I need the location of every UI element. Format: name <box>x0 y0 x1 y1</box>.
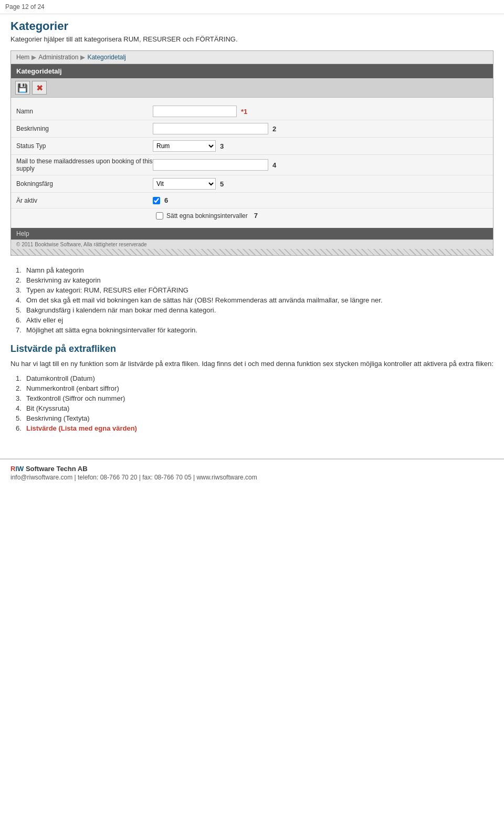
input-namn[interactable] <box>153 106 237 117</box>
form-row-namn: Namn *1 <box>11 103 493 120</box>
breadcrumb-bar: Hem ▶ Administration ▶ Kategoridetalj <box>11 51 493 64</box>
help-label: Help <box>16 230 29 237</box>
list-item: 1. Namn på kategorin <box>16 266 494 274</box>
footer-iw: IW <box>15 465 24 473</box>
ui-toolbar: 💾 ✖ <box>11 78 493 98</box>
label-mail: Mail to these mailaddresses upon booking… <box>16 158 153 172</box>
checkbox-ar-aktiv[interactable] <box>153 197 160 204</box>
breadcrumb-sep2: ▶ <box>80 54 85 61</box>
page-header: Page 12 of 24 <box>0 0 504 14</box>
breadcrumb-home: Hem <box>16 54 29 61</box>
list-item: 5. Beskrivning (Textyta) <box>16 414 494 422</box>
footer-r: R <box>10 465 15 473</box>
footer-contact: info@riwsoftware.com | telefon: 08-766 7… <box>10 474 494 481</box>
extra-section-title: Listvärde på extrafliken <box>10 343 494 354</box>
list-item: 3. Typen av kategori: RUM, RESURS eller … <box>16 286 494 294</box>
list-item: 5. Bakgrundsfärg i kalendern när man bok… <box>16 306 494 314</box>
checkbox-bokningsintervaller[interactable] <box>156 212 163 220</box>
label-status-typ: Status Typ <box>16 142 153 150</box>
label-bokningsfarg: Bokningsfärg <box>16 180 153 187</box>
list-item: 1. Datumkontroll (Datum) <box>16 374 494 382</box>
page-title: Kategorier <box>10 19 494 33</box>
input-mail[interactable] <box>153 159 268 171</box>
footer-company: RIW Software Techn AB <box>10 465 494 473</box>
form-row-ar-aktiv: Är aktiv 6 <box>11 193 493 208</box>
label-bokningsintervaller: Sätt egna bokningsintervaller <box>166 212 248 220</box>
label-beskrivning: Beskrivning <box>16 125 153 132</box>
page-number: Page 12 of 24 <box>5 3 45 11</box>
form-row-bokningsfarg: Bokningsfärg Vit 5 <box>11 175 493 193</box>
form-row-status-typ: Status Typ Rum Resurs Förtäring 3 <box>11 138 493 155</box>
list-item: 4. Bit (Kryssruta) <box>16 404 494 412</box>
form-row-mail: Mail to these mailaddresses upon booking… <box>11 155 493 175</box>
page-subtitle: Kategorier hjälper till att kategorisera… <box>10 35 494 43</box>
field-num-3: 3 <box>220 142 224 150</box>
ui-form: Namn *1 Beskrivning 2 Status Typ <box>11 98 493 228</box>
extra-section-intro: Nu har vi lagt till en ny funktion som ä… <box>10 359 494 369</box>
field-num-4: 4 <box>272 161 276 169</box>
ui-header-bar: Kategoridetalj <box>11 64 493 78</box>
label-namn: Namn <box>16 108 153 115</box>
field-num-7: 7 <box>254 212 258 220</box>
delete-icon: ✖ <box>36 83 43 93</box>
list-item: 3. Textkontroll (Siffror och nummer) <box>16 394 494 402</box>
list-item: 2. Beskrivning av kategorin <box>16 276 494 284</box>
ui-footer-text: © 2011 Booktwise Software, Alla rättighe… <box>16 242 147 247</box>
required-star-namn: *1 <box>241 108 247 116</box>
form-row-beskrivning: Beskrivning 2 <box>11 120 493 138</box>
list-item: 4. Om det ska gå ett mail vid bokningen … <box>16 296 494 304</box>
list-item: 6. Aktiv eller ej <box>16 316 494 324</box>
footer-rest: Software Techn AB <box>24 465 87 473</box>
numbered-list: 1. Namn på kategorin 2. Beskrivning av k… <box>16 266 494 334</box>
ui-header-title: Kategoridetalj <box>16 67 62 75</box>
field-num-6: 6 <box>164 196 168 204</box>
breadcrumb-admin: Administration <box>38 54 78 61</box>
list-item: 2. Nummerkontroll (enbart siffror) <box>16 384 494 392</box>
form-row-bokningsintervaller: Sätt egna bokningsintervaller 7 <box>11 208 493 223</box>
breadcrumb-sep1: ▶ <box>32 54 36 61</box>
torn-paper-effect <box>11 249 493 255</box>
delete-button[interactable]: ✖ <box>32 81 47 95</box>
list-item: 6. Listvärde (Lista med egna värden) <box>16 424 494 432</box>
ui-mockup: Hem ▶ Administration ▶ Kategoridetalj Ka… <box>10 50 494 256</box>
input-beskrivning[interactable] <box>153 123 268 134</box>
select-bokningsfarg[interactable]: Vit <box>153 178 216 190</box>
label-ar-aktiv: Är aktiv <box>16 197 153 204</box>
field-num-2: 2 <box>272 125 276 133</box>
breadcrumb-current: Kategoridetalj <box>87 54 125 61</box>
list-item: 7. Möjlighet att sätta egna bokningsinte… <box>16 326 494 334</box>
save-icon: 💾 <box>17 83 28 93</box>
select-status-typ[interactable]: Rum Resurs Förtäring <box>153 140 216 152</box>
field-num-5: 5 <box>220 180 224 188</box>
ui-help-bar: Help <box>11 228 493 239</box>
page-footer: RIW Software Techn AB info@riwsoftware.c… <box>0 458 504 486</box>
save-button[interactable]: 💾 <box>15 81 30 95</box>
ui-footer-bar: © 2011 Booktwise Software, Alla rättighe… <box>11 239 493 249</box>
extra-numbered-list: 1. Datumkontroll (Datum) 2. Nummerkontro… <box>16 374 494 432</box>
